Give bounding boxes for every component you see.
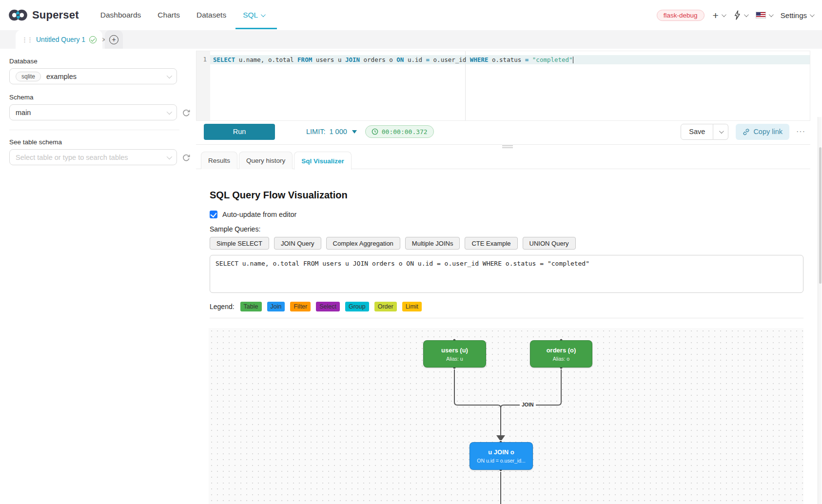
toolbar-right: Save Copy link ··· — [681, 124, 805, 140]
chevron-down-icon — [722, 12, 726, 17]
settings-menu[interactable]: Settings — [781, 11, 813, 19]
save-button[interactable]: Save — [681, 124, 713, 140]
auto-update-label: Auto-update from editor — [222, 211, 296, 218]
nav-sql[interactable]: SQL — [243, 0, 264, 30]
table-select[interactable]: Select table or type to search tables — [9, 149, 177, 165]
node-subtitle: Alias: o — [553, 356, 569, 362]
flow-edges — [209, 328, 803, 504]
top-navbar: Superset Dashboards Charts Datasets SQL … — [0, 0, 822, 30]
schema-select[interactable]: main — [9, 104, 177, 120]
sql-lab-app: Superset Dashboards Charts Datasets SQL … — [0, 0, 822, 504]
more-options-button[interactable]: ··· — [796, 127, 805, 136]
nav-sql-label: SQL — [243, 11, 258, 19]
nav-datasets[interactable]: Datasets — [196, 0, 226, 30]
query-search-button[interactable] — [733, 10, 747, 20]
legend-badge-group: Group — [345, 302, 369, 311]
limit-label: LIMIT: — [306, 128, 325, 136]
main-nav: Dashboards Charts Datasets SQL — [100, 0, 264, 30]
sample-simple-select-button[interactable]: Simple SELECT — [210, 237, 269, 250]
flow-canvas[interactable]: users (u) Alias: u orders (o) Alias: o u… — [209, 328, 803, 504]
new-item-button[interactable]: + — [713, 10, 725, 20]
splitter-drag-handle[interactable] — [502, 145, 513, 149]
flow-node-users[interactable]: users (u) Alias: u — [423, 340, 486, 368]
tab-sql-visualizer[interactable]: Sql Visualizer — [294, 152, 352, 170]
query-tab[interactable]: ⋮⋮ Untitled Query 1 ✕ — [16, 30, 102, 49]
results-tabbar: Results Query history Sql Visualizer — [196, 152, 810, 169]
legend-badge-join: Join — [267, 302, 285, 311]
sample-join-query-button[interactable]: JOIN Query — [274, 237, 321, 250]
table-schema-label: See table schema — [9, 138, 196, 146]
checkbox-checked-icon[interactable] — [210, 211, 217, 218]
legend-badge-limit: Limit — [402, 302, 422, 311]
superset-logo[interactable]: Superset — [8, 5, 79, 25]
link-icon — [743, 128, 750, 136]
chevron-down-icon — [167, 73, 172, 78]
save-options-button[interactable] — [713, 124, 728, 140]
legend-badge-select: Select — [316, 302, 340, 311]
sql-editor-pane: 1 SELECT u.name, o.total FROM users u JO… — [196, 49, 810, 504]
node-title: u JOIN o — [488, 448, 514, 456]
chevron-down-icon — [810, 12, 815, 17]
database-label: Database — [9, 58, 196, 65]
sample-cte-example-button[interactable]: CTE Example — [465, 237, 517, 250]
refresh-tables-icon[interactable] — [181, 153, 191, 162]
node-subtitle: ON u.id = o.user_id... — [477, 458, 526, 464]
sidebar-divider — [9, 130, 179, 130]
saved-check-icon — [89, 36, 97, 43]
sql-lab-sidebar: Database sqlite examples Schema main See… — [0, 49, 196, 504]
join-edge-label: JOIN — [520, 401, 536, 408]
chevron-down-icon — [261, 12, 266, 17]
database-engine-pill: sqlite — [16, 72, 41, 81]
section-divider — [210, 318, 803, 318]
tab-query-history[interactable]: Query history — [239, 152, 293, 169]
node-title: orders (o) — [547, 347, 576, 354]
visualizer-query-input[interactable]: SELECT u.name, o.total FROM users u JOIN… — [210, 255, 803, 293]
sql-code-line: SELECT u.name, o.total FROM users u JOIN… — [213, 56, 573, 65]
drag-handle-icon[interactable]: ⋮⋮ — [21, 36, 32, 43]
legend-badge-order: Order — [374, 302, 397, 311]
schema-value: main — [16, 109, 167, 116]
plus-icon: + — [713, 10, 719, 20]
sample-complex-aggregation-button[interactable]: Complex Aggregation — [326, 237, 400, 250]
legend-row: Legend: Table Join Filter Select Group O… — [210, 302, 803, 311]
refresh-schema-icon[interactable] — [181, 108, 191, 117]
auto-update-checkbox-row[interactable]: Auto-update from editor — [210, 211, 803, 218]
flow-node-orders[interactable]: orders (o) Alias: o — [530, 340, 592, 368]
scrollbar-thumb[interactable] — [819, 147, 822, 284]
chevron-down-icon — [744, 12, 749, 17]
sample-multiple-joins-button[interactable]: Multiple JOINs — [405, 237, 460, 250]
sample-union-query-button[interactable]: UNION Query — [523, 237, 576, 250]
chevron-down-icon — [167, 109, 172, 114]
database-select[interactable]: sqlite examples — [9, 68, 177, 84]
nav-charts[interactable]: Charts — [157, 0, 180, 30]
settings-label: Settings — [781, 11, 807, 19]
caret-down-icon — [352, 130, 357, 134]
chevron-down-icon — [167, 154, 172, 159]
sample-query-buttons: Simple SELECT JOIN Query Complex Aggrega… — [210, 237, 803, 250]
query-tabstrip: ⋮⋮ Untitled Query 1 ✕ + — [0, 30, 822, 49]
language-picker[interactable] — [756, 12, 772, 19]
scrollbar-track — [818, 117, 822, 504]
nav-right-cluster: flask-debug + Settings — [657, 10, 813, 21]
schema-label: Schema — [9, 94, 196, 101]
tab-results[interactable]: Results — [201, 152, 237, 169]
editor-gutter: 1 — [196, 51, 210, 120]
legend-label: Legend: — [210, 303, 235, 310]
limit-dropdown[interactable]: LIMIT: 1 000 — [306, 128, 357, 136]
editor-toolbar: Run LIMIT: 1 000 00:00:00.372 Save — [196, 122, 810, 141]
node-title: users (u) — [441, 347, 468, 354]
copy-link-button[interactable]: Copy link — [736, 124, 789, 140]
query-tab-label: Untitled Query 1 — [36, 36, 85, 43]
superset-infinity-icon — [8, 5, 28, 25]
add-icon: + — [109, 35, 118, 44]
database-name: examples — [46, 73, 167, 80]
pane-splitter — [196, 144, 810, 145]
add-tab-button[interactable]: + — [105, 30, 123, 49]
flow-node-join[interactable]: u JOIN o ON u.id = o.user_id... — [470, 442, 533, 470]
copy-link-label: Copy link — [753, 128, 783, 136]
sql-code-editor[interactable]: 1 SELECT u.name, o.total FROM users u JO… — [196, 51, 810, 121]
clock-icon — [372, 128, 378, 135]
run-button[interactable]: Run — [204, 124, 275, 140]
chevron-down-icon — [769, 12, 774, 17]
nav-dashboards[interactable]: Dashboards — [100, 0, 141, 30]
